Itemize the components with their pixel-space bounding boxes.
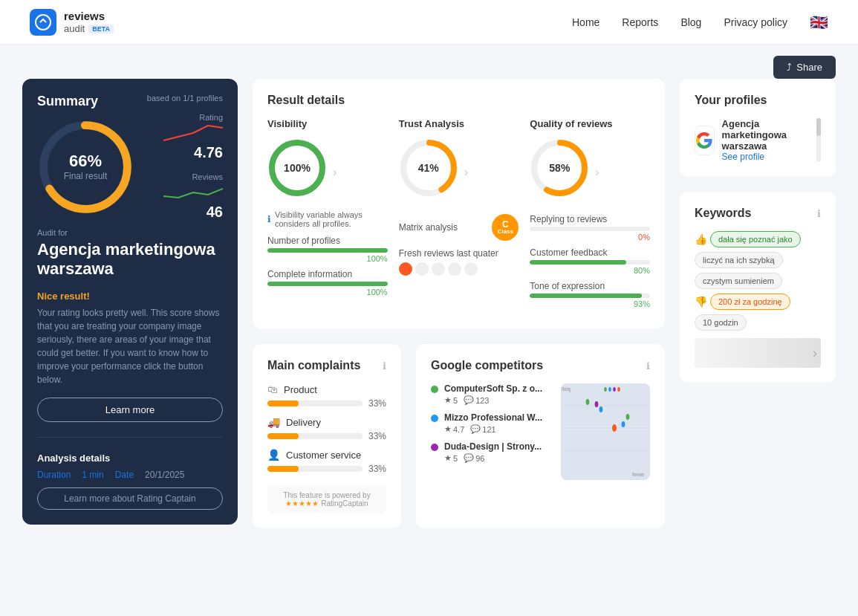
company-name: Agencja marketingowa warszawa bbox=[37, 240, 223, 279]
rating-reviews: Rating 4.76 Reviews bbox=[163, 113, 223, 221]
profile-name: Agencja marketingowa warszawa bbox=[722, 118, 821, 152]
analysis-title: Analysis details bbox=[37, 453, 223, 464]
final-label: Final result bbox=[64, 171, 108, 181]
final-result-gauge: 66% Final result bbox=[37, 119, 134, 215]
overflow-arrow: › bbox=[813, 346, 817, 361]
fresh-circle-2 bbox=[415, 262, 429, 276]
delivery-name: Delivery bbox=[286, 417, 321, 428]
complaints-header: Main complaints ℹ bbox=[267, 359, 386, 372]
keywords-info-icon[interactable]: ℹ bbox=[817, 208, 821, 219]
reviews-label: Reviews bbox=[163, 172, 223, 181]
keyword-3[interactable]: czystym sumieniem bbox=[695, 273, 782, 289]
tone-value: 93% bbox=[530, 299, 650, 308]
competitors-info-icon[interactable]: ℹ bbox=[646, 360, 650, 372]
replying-value: 0% bbox=[530, 233, 650, 241]
result-details-card: Result details Visibility 100% › bbox=[253, 79, 665, 329]
competitor-2-name: Mizzo Professional W... bbox=[444, 412, 542, 423]
svg-point-13 bbox=[586, 399, 590, 405]
right-column: Your profiles Agencja marketingowa warsz… bbox=[680, 79, 836, 528]
learn-more-rating-captain-button[interactable]: Learn more about Rating Captain bbox=[37, 487, 223, 510]
left-column: Summary based on 1/1 profiles 66% Final … bbox=[22, 79, 238, 528]
svg-point-16 bbox=[612, 424, 617, 432]
keywords-title: Keywords bbox=[695, 207, 751, 220]
competitor-3-rating: ★ 5 bbox=[444, 453, 458, 463]
trust-percent: 41% bbox=[418, 162, 439, 174]
complete-info-label: Complete information bbox=[267, 269, 388, 279]
fresh-circle-1 bbox=[399, 262, 412, 276]
based-on: based on 1/1 profiles bbox=[147, 94, 223, 103]
see-profile-link[interactable]: See profile bbox=[722, 152, 821, 162]
competitors-header: Google competitors ℹ bbox=[431, 359, 650, 372]
complaints-info-icon[interactable]: ℹ bbox=[383, 360, 386, 372]
product-name: Product bbox=[284, 384, 317, 395]
fresh-reviews: Fresh reviews last quater bbox=[399, 248, 519, 276]
keyword-4[interactable]: 200 zł za godzinę bbox=[710, 294, 790, 310]
result-description: Your rating looks pretty well. This scor… bbox=[37, 306, 223, 386]
competitor-3-dot bbox=[431, 444, 438, 451]
product-pct: 33% bbox=[368, 398, 386, 409]
quality-circle: 58% bbox=[530, 138, 589, 198]
visibility-note-text: Visibility variable always considers all… bbox=[275, 210, 388, 228]
competitors-title: Google competitors bbox=[431, 359, 543, 372]
share-icon: ⤴ bbox=[787, 62, 792, 73]
matrix-label: Matrix analysis bbox=[399, 222, 458, 233]
powered-name: RatingCaptain bbox=[321, 499, 368, 508]
visibility-chevron[interactable]: › bbox=[333, 166, 337, 179]
logo: reviews audit BETA bbox=[30, 9, 114, 36]
nav-blog[interactable]: Blog bbox=[680, 16, 701, 28]
result-cols: Visibility 100% › ℹ Visibil bbox=[267, 118, 650, 314]
svg-point-20 bbox=[604, 387, 607, 392]
share-button[interactable]: ⤴ Share bbox=[773, 56, 836, 79]
competitors-content: ComputerSoft Sp. z o... ★ 5 💬 123 Mizzo … bbox=[431, 383, 650, 480]
bottom-cards-row: Main complaints ℹ 🛍 Product 33% bbox=[253, 344, 665, 528]
duration-value: 1 min bbox=[82, 470, 103, 480]
analysis-row: Duration 1 min Date 20/1/2025 bbox=[37, 470, 223, 480]
trust-header: Trust Analysis bbox=[399, 118, 519, 129]
keyword-5[interactable]: 10 godzin bbox=[695, 314, 747, 331]
keyword-1[interactable]: dała się poznać jako bbox=[710, 231, 801, 247]
main-nav: Home Reports Blog Privacy policy 🇬🇧 bbox=[572, 13, 828, 31]
replying-metric: Replying to reviews 0% bbox=[530, 214, 650, 241]
share-label: Share bbox=[796, 62, 822, 73]
customer-service-name: Customer service bbox=[286, 450, 361, 461]
center-column: Result details Visibility 100% › bbox=[253, 79, 665, 528]
date-label: Date bbox=[115, 470, 134, 480]
visibility-header: Visibility bbox=[267, 118, 388, 129]
learn-more-button[interactable]: Learn more bbox=[37, 398, 223, 422]
profiles-scroll-area: Agencja marketingowa warszawa See profil… bbox=[695, 118, 821, 162]
competitor-1: ComputerSoft Sp. z o... ★ 5 💬 123 bbox=[431, 383, 550, 405]
reviews-value: 46 bbox=[163, 204, 223, 221]
info-icon: ℹ bbox=[267, 214, 271, 224]
language-flag[interactable]: 🇬🇧 bbox=[810, 13, 828, 31]
competitor-2: Mizzo Professional W... ★ 4.7 💬 121 bbox=[431, 412, 550, 434]
fresh-circles bbox=[399, 262, 519, 276]
num-profiles-value: 100% bbox=[267, 254, 388, 263]
competitors-card: Google competitors ℹ ComputerSoft Sp. z … bbox=[416, 344, 665, 528]
num-profiles-label: Number of profiles bbox=[267, 236, 388, 246]
trust-col: Trust Analysis 41% › Matrix analysis bbox=[399, 118, 519, 314]
product-icon: 🛍 bbox=[267, 383, 278, 395]
trust-chevron[interactable]: › bbox=[464, 166, 468, 179]
duration-label: Duration bbox=[37, 470, 71, 480]
feedback-metric: Customer feedback 80% bbox=[530, 247, 650, 275]
quality-chevron[interactable]: › bbox=[595, 166, 599, 179]
num-profiles-metric: Number of profiles 100% bbox=[267, 236, 388, 263]
competitor-2-rating: ★ 4.7 bbox=[444, 424, 464, 434]
profiles-title: Your profiles bbox=[695, 94, 821, 107]
competitors-list: ComputerSoft Sp. z o... ★ 5 💬 123 Mizzo … bbox=[431, 383, 550, 480]
result-details-title: Result details bbox=[267, 94, 650, 107]
date-value: 20/1/2025 bbox=[145, 470, 184, 480]
matrix-class-sub: Class bbox=[498, 229, 513, 235]
customer-service-icon: 👤 bbox=[267, 449, 280, 461]
nav-privacy[interactable]: Privacy policy bbox=[724, 16, 787, 28]
tone-metric: Tone of expression 93% bbox=[530, 281, 650, 308]
powered-by: This feature is powered by ★★★★★ RatingC… bbox=[267, 485, 386, 513]
profiles-card: Your profiles Agencja marketingowa warsz… bbox=[680, 79, 836, 177]
nav-reports[interactable]: Reports bbox=[622, 16, 658, 28]
keyword-2[interactable]: liczyć na ich szybką bbox=[695, 252, 783, 268]
visibility-circle: 100% bbox=[267, 138, 327, 198]
svg-point-18 bbox=[622, 421, 625, 427]
competitor-3: Duda-Design | Strony... ★ 5 💬 96 bbox=[431, 441, 550, 463]
visibility-percent: 100% bbox=[284, 162, 311, 174]
nav-home[interactable]: Home bbox=[572, 16, 599, 28]
